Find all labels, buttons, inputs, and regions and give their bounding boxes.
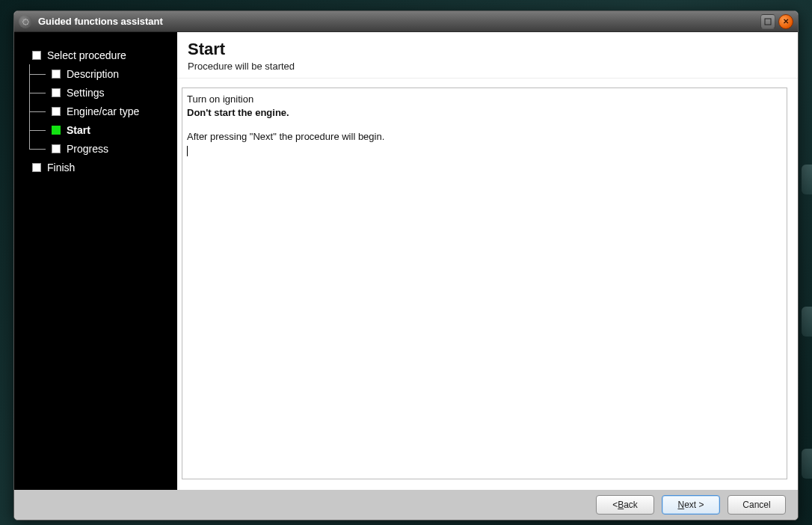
cancel-button[interactable]: Cancel bbox=[728, 495, 786, 515]
titlebar[interactable]: ◌ Guided functions assistant ✕ bbox=[14, 11, 798, 32]
assistant-window: ◌ Guided functions assistant ✕ Select pr… bbox=[13, 10, 799, 521]
right-edge-decor bbox=[802, 165, 812, 479]
step-engine-car-type[interactable]: Engine/car type bbox=[25, 102, 170, 120]
instruction-line: Don't start the engine. bbox=[187, 106, 782, 120]
minimize-button[interactable] bbox=[760, 14, 775, 29]
step-label: Progress bbox=[67, 143, 108, 155]
step-progress[interactable]: Progress bbox=[25, 139, 170, 158]
step-select-procedure[interactable]: Select procedure bbox=[25, 46, 170, 64]
close-button[interactable]: ✕ bbox=[778, 14, 793, 29]
step-label: Engine/car type bbox=[67, 105, 139, 117]
svg-rect-0 bbox=[765, 19, 771, 25]
step-label: Start bbox=[67, 124, 90, 136]
page-subtitle: Procedure will be started bbox=[188, 61, 787, 72]
square-icon bbox=[52, 70, 61, 79]
square-icon bbox=[52, 88, 61, 97]
step-tree: Select procedure Description Settings bbox=[25, 46, 170, 176]
square-icon bbox=[52, 126, 61, 135]
square-icon bbox=[32, 51, 41, 60]
back-button[interactable]: < Back bbox=[596, 495, 654, 515]
window-title: Guided functions assistant bbox=[38, 16, 760, 27]
step-start[interactable]: Start bbox=[25, 120, 170, 139]
instruction-line: Turn on ignition bbox=[187, 93, 782, 106]
page-title: Start bbox=[188, 40, 787, 59]
square-icon bbox=[52, 144, 61, 153]
square-icon bbox=[32, 163, 41, 172]
step-label: Finish bbox=[47, 162, 75, 174]
text-cursor bbox=[187, 146, 188, 156]
content-area: Select procedure Description Settings bbox=[14, 32, 798, 490]
step-settings[interactable]: Settings bbox=[25, 83, 170, 102]
main-panel: Start Procedure will be started Turn on … bbox=[177, 32, 798, 490]
app-icon: ◌ bbox=[19, 15, 32, 28]
step-label: Description bbox=[67, 68, 119, 80]
wizard-footer: < Back Next > Cancel bbox=[14, 490, 798, 520]
instruction-box[interactable]: Turn on ignition Don't start the engine.… bbox=[182, 88, 787, 479]
step-label: Settings bbox=[67, 87, 105, 99]
next-button[interactable]: Next > bbox=[662, 495, 720, 515]
instruction-line: After pressing "Next" the procedure will… bbox=[187, 130, 782, 144]
main-header: Start Procedure will be started bbox=[177, 32, 798, 79]
step-finish[interactable]: Finish bbox=[25, 158, 170, 176]
window-body: Select procedure Description Settings bbox=[14, 32, 798, 520]
step-label: Select procedure bbox=[47, 49, 126, 61]
window-controls: ✕ bbox=[760, 14, 793, 29]
square-icon bbox=[52, 107, 61, 116]
wizard-sidebar: Select procedure Description Settings bbox=[14, 32, 177, 490]
step-description[interactable]: Description bbox=[25, 64, 170, 83]
